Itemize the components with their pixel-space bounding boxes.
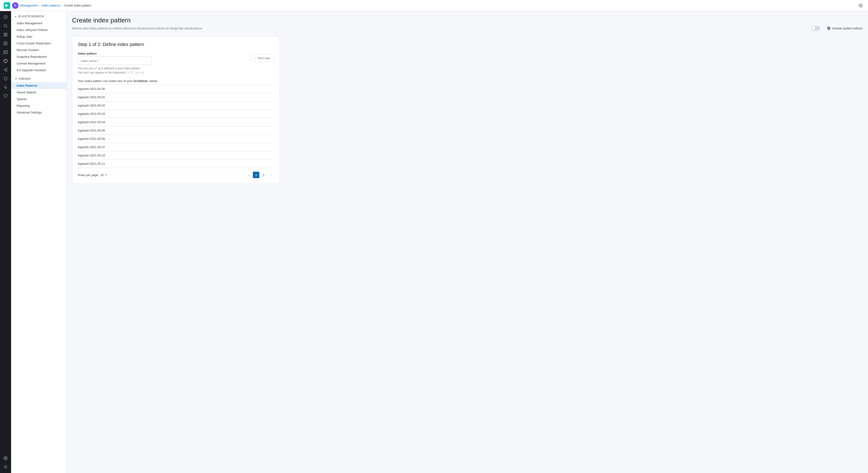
elasticsearch-section-title: ● Elasticsearch — [11, 11, 66, 20]
next-step-chevron: › — [255, 56, 256, 60]
siem-nav-icon[interactable] — [1, 75, 10, 83]
svg-line-18 — [5, 70, 6, 71]
next-step-button[interactable]: › Next step — [251, 54, 274, 62]
table-row: logstash-2021.05.10 — [78, 151, 274, 160]
rows-per-page-selector[interactable]: Rows per page: 10 ▼ — [78, 173, 107, 177]
form-hint: You can use a * as a wildcard in your in… — [78, 66, 274, 75]
table-row: logstash-2021.05.02 — [78, 101, 274, 110]
apm-nav-icon[interactable] — [1, 83, 10, 91]
settings-icon[interactable] — [857, 2, 864, 9]
sidebar-item-saved-objects[interactable]: Saved Objects — [11, 89, 66, 96]
toggle-label: Include system indices — [832, 27, 863, 30]
sidebar-item-snapshot-repos[interactable]: Snapshot Repositories — [11, 53, 66, 60]
recent-nav-icon[interactable] — [1, 13, 10, 21]
table-row: logstash-2021.05.04 — [78, 118, 274, 126]
kibana-logo — [4, 2, 10, 9]
breadcrumb-management[interactable]: Management — [20, 4, 38, 7]
toggle-row: ✕ Include system indices — [811, 26, 863, 30]
create-pattern-card: Step 1 of 2: Define index pattern Index … — [72, 36, 280, 184]
topbar: D Management / Index patterns / Create i… — [0, 0, 868, 11]
discover-nav-icon[interactable] — [1, 22, 10, 30]
sidebar-item-advanced-settings[interactable]: Advanced Settings — [11, 109, 66, 116]
matches-header: Your index pattern can match any of your… — [78, 79, 274, 83]
collapse-nav-icon[interactable] — [1, 463, 10, 471]
toggle-knob — [811, 26, 815, 30]
svg-rect-5 — [6, 33, 7, 34]
elasticsearch-icon: ● — [15, 15, 17, 18]
dashboard-nav-icon[interactable] — [1, 30, 10, 39]
svg-line-19 — [5, 69, 6, 69]
sidebar-item-index-management[interactable]: Index Management — [11, 20, 66, 27]
page-2-button[interactable]: 2 — [260, 172, 267, 178]
sidebar-item-upgrade-assistant[interactable]: 8.0 Upgrade Assistant — [11, 67, 66, 73]
nav-icons — [0, 11, 11, 473]
table-row: logstash-2021.05.11 — [78, 160, 274, 168]
maps-nav-icon[interactable] — [1, 48, 10, 56]
svg-point-17 — [6, 70, 7, 71]
management-nav-icon[interactable] — [1, 454, 10, 462]
table-row: logstash-2021.05.03 — [78, 110, 274, 118]
topbar-right — [857, 2, 864, 9]
index-pattern-input[interactable] — [78, 57, 152, 65]
canvas-nav-icon[interactable] — [1, 39, 10, 48]
table-row: logstash-2021.05.07 — [78, 143, 274, 151]
system-indices-toggle[interactable] — [811, 26, 820, 30]
sidebar: ● Elasticsearch Index Management Index L… — [11, 11, 66, 473]
sidebar-item-rollup-jobs[interactable]: Rollup Jobs — [11, 33, 66, 40]
svg-rect-4 — [4, 33, 5, 34]
prev-page-button[interactable]: ‹ — [245, 172, 252, 178]
svg-rect-7 — [4, 35, 5, 36]
svg-point-2 — [4, 24, 7, 27]
indices-count: 13 indices — [133, 79, 148, 83]
indices-table: logstash-2021.04.30logstash-2021.05.01lo… — [78, 85, 274, 168]
sidebar-item-index-lifecycle[interactable]: Index Lifecycle Policies — [11, 27, 66, 33]
breadcrumb-index-patterns[interactable]: Index patterns — [41, 4, 61, 7]
page-buttons: ‹ 1 2 › — [245, 172, 274, 178]
svg-marker-9 — [4, 51, 8, 54]
sidebar-item-remote-clusters[interactable]: Remote Clusters — [11, 47, 66, 53]
ml-nav-icon[interactable] — [1, 57, 10, 65]
toggle-close-icon[interactable]: ✕ — [827, 27, 830, 30]
table-row: logstash-2021.05.05 — [78, 126, 274, 135]
svg-point-15 — [6, 68, 7, 69]
uptime-nav-icon[interactable] — [1, 92, 10, 100]
user-avatar[interactable]: D — [12, 2, 19, 9]
page-title: Create index pattern — [72, 17, 863, 24]
main-content: Create index pattern Kibana uses index p… — [66, 11, 868, 473]
kibana-icon: ✦ — [15, 77, 17, 81]
svg-line-3 — [6, 27, 7, 27]
table-row: logstash-2021.05.06 — [78, 135, 274, 143]
pagination-row: Rows per page: 10 ▼ ‹ 1 2 › — [78, 172, 274, 178]
kibana-section-title: ✦ Kibana — [11, 73, 66, 82]
step-title: Step 1 of 2: Define index pattern — [78, 42, 274, 47]
sidebar-item-license-mgmt[interactable]: License Management — [11, 60, 66, 67]
sidebar-item-reporting[interactable]: Reporting — [11, 102, 66, 109]
table-row: logstash-2021.05.01 — [78, 93, 274, 101]
sidebar-item-spaces[interactable]: Spaces — [11, 96, 66, 102]
svg-rect-6 — [6, 35, 7, 36]
sidebar-item-index-patterns[interactable]: Index Patterns — [11, 82, 66, 89]
svg-point-20 — [5, 458, 6, 459]
rows-per-page-chevron-icon: ▼ — [105, 174, 107, 176]
graph-nav-icon[interactable] — [1, 66, 10, 74]
page-subtitle: Kibana uses index patterns to retrieve d… — [72, 26, 863, 30]
breadcrumb-current: Create index pattern — [64, 4, 91, 7]
app-layout: ● Elasticsearch Index Management Index L… — [0, 11, 868, 473]
breadcrumb: Management / Index patterns / Create ind… — [20, 4, 91, 7]
svg-rect-8 — [4, 42, 7, 45]
sidebar-item-cross-cluster[interactable]: Cross-Cluster Replication — [11, 40, 66, 47]
index-pattern-label: Index pattern — [78, 52, 274, 55]
page-1-button[interactable]: 1 — [253, 172, 259, 178]
next-page-button[interactable]: › — [268, 172, 274, 178]
svg-point-16 — [4, 69, 5, 70]
svg-point-0 — [860, 5, 861, 6]
table-row: logstash-2021.04.30 — [78, 85, 274, 93]
